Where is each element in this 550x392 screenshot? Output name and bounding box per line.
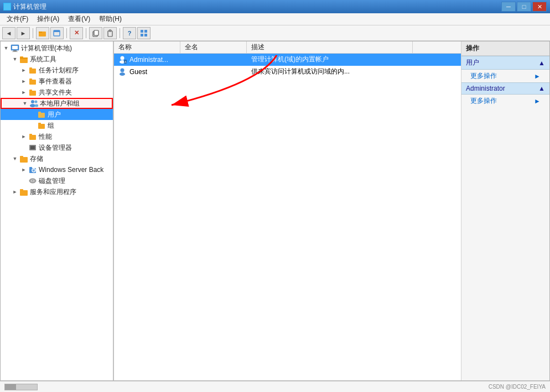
toolbar-copy-button[interactable] (89, 27, 102, 39)
toolbar-separator-2 (66, 28, 67, 38)
expand-localusers[interactable]: ▼ (20, 99, 29, 108)
tree-item-localusers[interactable]: ▼ 本地用户和组 (1, 98, 113, 109)
svg-rect-37 (20, 157, 28, 163)
expand-tasks[interactable]: ► (19, 66, 28, 75)
svg-rect-46 (20, 189, 23, 191)
tree-item-wsbk[interactable]: ► Windows Server Back (1, 164, 113, 175)
svg-rect-7 (109, 30, 111, 32)
left-tree-panel: ▼ 计算机管理(本地) ▼ 系统工具 ► 任务计划程序 (1, 41, 114, 380)
col-name[interactable]: 名称 (114, 41, 180, 53)
expand-groups (28, 121, 37, 130)
expand-perf[interactable]: ► (19, 132, 28, 141)
svg-point-25 (31, 100, 34, 103)
cell-admin-name: A Administrat... (114, 54, 180, 65)
toolbar-separator-1 (33, 28, 33, 38)
svg-rect-19 (29, 69, 36, 74)
actions-section-admin[interactable]: Administrator ▲ (461, 82, 549, 95)
wsbk-icon (28, 165, 37, 174)
expand-systools[interactable]: ▼ (11, 55, 19, 64)
expand-wsbk[interactable]: ► (19, 165, 28, 174)
expand-services[interactable]: ► (11, 187, 19, 196)
svg-rect-14 (13, 50, 17, 51)
list-row-guest[interactable]: Guest 供来宾访问计算机或访问域的内... (114, 66, 461, 78)
actions-section-users[interactable]: 用户 ▲ (461, 56, 549, 70)
svg-point-28 (35, 104, 39, 107)
tree-label-shares: 共享文件夹 (39, 88, 72, 97)
actions-header: 操作 (461, 41, 549, 56)
svg-rect-9 (144, 30, 147, 33)
svg-point-47 (121, 56, 124, 60)
storage-icon (19, 154, 28, 163)
cell-admin-description: 管理计算机(域)的内置帐户 (247, 54, 413, 65)
toolbar-view-button[interactable] (137, 27, 151, 39)
menu-view[interactable]: 查看(V) (64, 13, 95, 25)
tree-item-groups[interactable]: 组 (1, 120, 113, 131)
tree-label-root: 计算机管理(本地) (21, 44, 72, 53)
tree-item-services[interactable]: ► 服务和应用程序 (1, 186, 113, 197)
svg-rect-18 (20, 58, 28, 59)
tree-label-users: 用户 (48, 110, 61, 119)
svg-rect-33 (29, 135, 36, 140)
systools-icon (19, 55, 28, 64)
tree-label-groups: 组 (48, 121, 54, 130)
window-controls: ─ □ ✕ (501, 2, 547, 12)
tree-item-diskmgr[interactable]: 磁盘管理 (1, 175, 113, 186)
expand-root[interactable]: ▼ (2, 44, 11, 53)
tree-item-users[interactable]: 用户 (1, 109, 113, 120)
svg-rect-15 (12, 51, 18, 52)
tree-item-shares[interactable]: ► 共享文件夹 (1, 87, 113, 98)
back-button[interactable]: ◄ (2, 27, 15, 39)
forward-button[interactable]: ► (17, 27, 30, 39)
list-row-administrator[interactable]: A Administrat... 管理计算机(域)的内置帐户 (114, 54, 461, 66)
tree-item-root[interactable]: ▼ 计算机管理(本地) (1, 43, 113, 54)
toolbar-folder-button[interactable] (36, 27, 49, 39)
toolbar-window-button[interactable] (50, 27, 64, 39)
svg-rect-23 (29, 91, 36, 96)
computer-icon (11, 44, 19, 53)
tree-item-storage[interactable]: ▼ 存储 (1, 153, 113, 164)
users-folder-icon (37, 110, 46, 119)
tree-label-perf: 性能 (39, 132, 52, 142)
horizontal-scrollbar[interactable] (4, 384, 38, 390)
perf-icon (28, 132, 37, 141)
actions-item-more-users[interactable]: 更多操作 ► (461, 70, 549, 82)
svg-rect-10 (141, 34, 143, 36)
list-header: 名称 全名 描述 (114, 41, 461, 54)
expand-diskmgr (19, 176, 28, 185)
svg-rect-29 (38, 113, 45, 118)
watermark: CSDN @IDC02_FEIYA (489, 384, 546, 390)
toolbar-delete-button[interactable]: ✕ (70, 27, 83, 39)
svg-rect-3 (54, 30, 60, 32)
svg-point-52 (120, 72, 125, 76)
col-description[interactable]: 描述 (247, 41, 413, 53)
tree-item-perf[interactable]: ► 性能 (1, 131, 113, 142)
menu-file[interactable]: 文件(F) (2, 13, 33, 25)
svg-point-44 (32, 180, 33, 181)
tree-item-devmgr[interactable]: 设备管理器 (1, 142, 113, 153)
svg-rect-5 (94, 30, 98, 35)
close-button[interactable]: ✕ (532, 2, 547, 12)
expand-shares[interactable]: ► (19, 88, 28, 97)
minimize-button[interactable]: ─ (501, 2, 516, 12)
actions-panel: 操作 用户 ▲ 更多操作 ► Administrator ▲ 更多操作 ► (461, 41, 549, 380)
svg-rect-45 (20, 190, 28, 196)
expand-storage[interactable]: ▼ (11, 154, 19, 163)
tree-label-devmgr: 设备管理器 (39, 143, 72, 153)
tree-item-systools[interactable]: ▼ 系统工具 (1, 54, 113, 65)
tree-item-events[interactable]: ► 事件查看器 (1, 76, 113, 87)
toolbar-help-button[interactable]: ? (123, 27, 136, 39)
toolbar-separator-4 (120, 28, 120, 38)
menu-help[interactable]: 帮助(H) (95, 13, 126, 25)
toolbar-paste-button[interactable] (103, 27, 117, 39)
tree-item-tasks[interactable]: ► 任务计划程序 (1, 65, 113, 76)
col-fullname[interactable]: 全名 (180, 41, 247, 53)
expand-events[interactable]: ► (19, 77, 28, 86)
maximize-button[interactable]: □ (517, 2, 531, 12)
svg-rect-13 (12, 46, 18, 49)
svg-rect-32 (38, 123, 41, 124)
svg-rect-11 (144, 34, 147, 36)
actions-item-more-admin[interactable]: 更多操作 ► (461, 95, 549, 107)
cell-guest-name: Guest (114, 66, 180, 77)
svg-rect-24 (29, 90, 32, 91)
menu-action[interactable]: 操作(A) (33, 13, 64, 25)
